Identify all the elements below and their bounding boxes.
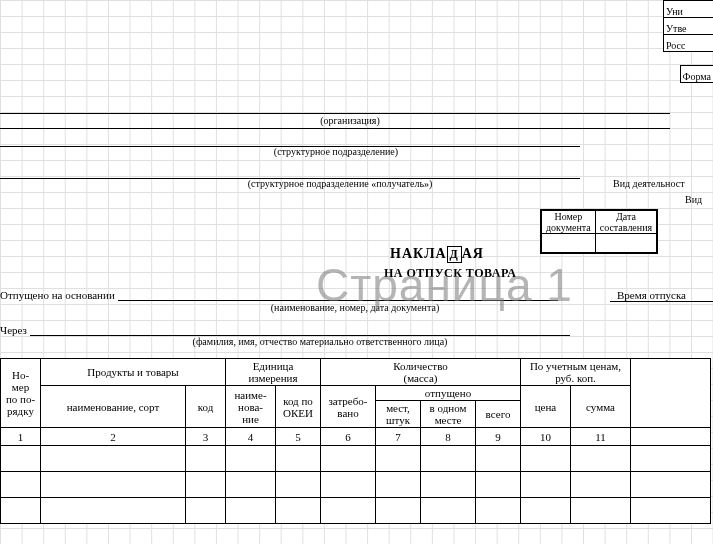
th-name-sort: наименование, сорт [41, 386, 186, 428]
th-total: всего [476, 401, 521, 428]
docbox-head-date: Датасоставления [595, 210, 657, 234]
input-time[interactable] [610, 301, 713, 302]
th-number: Но-мерпо по-рядку [1, 359, 41, 428]
main-table: Но-мерпо по-рядку Продукты и товары Един… [0, 358, 711, 524]
docbox-head-number: Номердокумента [541, 210, 595, 234]
header-forma: Форма [680, 65, 713, 83]
caption-fio: (фамилия, имя, отчество материально отве… [160, 336, 480, 347]
th-required: затребо-вано [321, 386, 376, 428]
title-drop-cap: Д [447, 246, 462, 263]
th-one-place: в одномместе [421, 401, 476, 428]
label-vid-deyatelnosti: Вид деятельност [613, 178, 713, 189]
row-cherez: Через [0, 321, 570, 336]
header-top-right: Уни Утве Росс [663, 0, 713, 52]
th-qty: Количество(масса) [321, 359, 521, 386]
th-price: По учетным ценам,руб. коп. [521, 359, 631, 386]
caption-organization: (организация) [300, 115, 400, 126]
caption-struct1: (структурное подразделение) [246, 146, 426, 157]
line-organization [0, 128, 670, 129]
table-column-numbers: 1 2 3 4 5 6 7 8 9 10 11 [1, 428, 711, 446]
row-otpushcheno: Отпущено на основании [0, 286, 558, 301]
th-naim: наиме-нова-ние [226, 386, 276, 428]
input-cherez[interactable] [30, 321, 570, 336]
header-top-right-line3: Росс [663, 34, 713, 52]
th-summa: сумма [571, 386, 631, 428]
docbox-value-date[interactable] [595, 234, 657, 254]
caption-struct2: (структурное подразделение «получатель») [220, 178, 460, 189]
th-products: Продукты и товары [41, 359, 226, 386]
label-vid: Вид [685, 194, 713, 205]
th-released: отпущено [376, 386, 521, 401]
input-otpushcheno[interactable] [118, 286, 558, 301]
doc-subtitle: НА ОТПУСК ТОВАРА [384, 266, 516, 281]
th-code: код [186, 386, 226, 428]
caption-doc-details: (наименование, номер, дата документа) [245, 302, 465, 313]
label-cherez: Через [0, 324, 27, 336]
th-overflow [631, 359, 711, 428]
table-row [1, 472, 711, 498]
th-mest: мест,штук [376, 401, 421, 428]
th-cena: цена [521, 386, 571, 428]
label-time: Время отпуска [617, 289, 686, 301]
header-top-right-line1: Уни [663, 0, 713, 17]
doc-title: НАКЛАДАЯ [390, 246, 484, 263]
docbox-value-number[interactable] [541, 234, 595, 254]
table-row [1, 498, 711, 524]
header-top-right-line2: Утве [663, 17, 713, 34]
th-okei: код поОКЕИ [276, 386, 321, 428]
line-organization-top [0, 113, 670, 114]
label-otpushcheno: Отпущено на основании [0, 289, 115, 301]
doc-number-date-box: Номердокумента Датасоставления [540, 209, 658, 254]
table-row [1, 446, 711, 472]
th-unit: Единицаизмерения [226, 359, 321, 386]
